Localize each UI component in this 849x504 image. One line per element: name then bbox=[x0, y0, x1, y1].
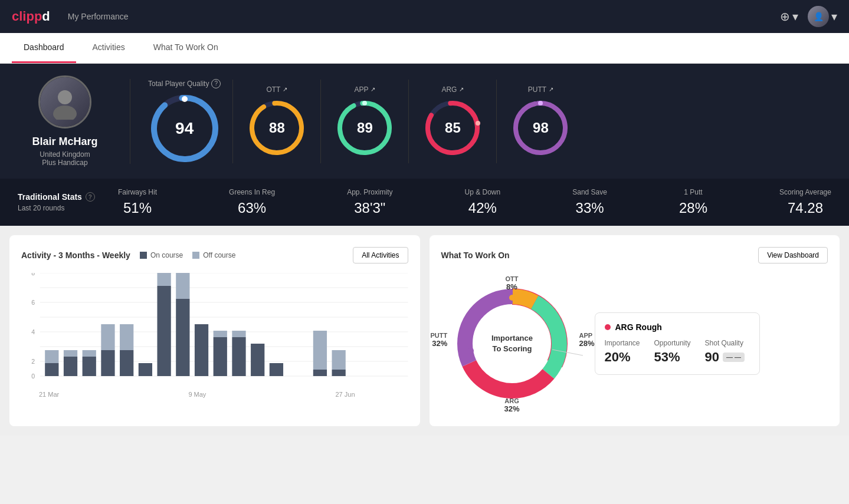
ott-score: 88 bbox=[269, 120, 285, 136]
user-menu-button[interactable]: 👤 ▾ bbox=[808, 6, 837, 27]
legend-on-course: On course bbox=[140, 251, 183, 259]
svg-point-12 bbox=[476, 121, 480, 126]
svg-point-15 bbox=[538, 101, 543, 106]
help-icon[interactable]: ? bbox=[211, 79, 221, 88]
avatar: 👤 bbox=[808, 6, 829, 27]
putt-score: 98 bbox=[533, 120, 549, 136]
header: clippd My Performance ⊕ ▾ 👤 ▾ bbox=[0, 0, 849, 33]
svg-rect-46 bbox=[214, 331, 227, 337]
metric-putt: PUTT ↗ 98 bbox=[496, 80, 584, 163]
svg-text:4: 4 bbox=[31, 329, 35, 335]
svg-rect-42 bbox=[176, 299, 189, 376]
stat-label: 1 Putt bbox=[684, 188, 702, 196]
x-label-3: 27 Jun bbox=[335, 391, 355, 398]
trad-stats-title: Traditional Stats ? bbox=[18, 192, 100, 202]
total-quality: Total Player Quality ? 94 bbox=[148, 79, 221, 164]
svg-rect-35 bbox=[101, 350, 114, 376]
metric-value: 90 — — bbox=[705, 350, 745, 365]
stat-value: 42% bbox=[468, 200, 497, 216]
svg-rect-44 bbox=[195, 324, 208, 376]
svg-rect-40 bbox=[157, 286, 171, 376]
putt-label: PUTT ↗ bbox=[528, 85, 553, 94]
svg-text:Importance: Importance bbox=[491, 334, 532, 342]
metric-label: Importance bbox=[605, 339, 640, 347]
chart-svg: 8 6 4 2 0 bbox=[21, 273, 408, 391]
app-score: 89 bbox=[357, 120, 373, 136]
svg-point-0 bbox=[58, 90, 72, 104]
svg-point-63 bbox=[509, 295, 515, 301]
ott-label-outer: OTT 8% bbox=[506, 275, 519, 291]
stat-1putt: 1 Putt 28% bbox=[679, 188, 707, 216]
arg-score: 85 bbox=[445, 120, 461, 136]
info-metrics: Importance 20% Opportunity 53% Shot Qual… bbox=[605, 339, 750, 365]
stat-label: Up & Down bbox=[465, 188, 501, 196]
svg-rect-54 bbox=[332, 350, 346, 370]
svg-rect-43 bbox=[176, 273, 189, 299]
x-label-1: 21 Mar bbox=[39, 391, 59, 398]
info-metric-importance: Importance 20% bbox=[605, 339, 640, 365]
svg-point-66 bbox=[468, 348, 474, 354]
svg-rect-31 bbox=[64, 357, 77, 376]
stat-label: Scoring Average bbox=[779, 188, 831, 196]
all-activities-button[interactable]: All Activities bbox=[353, 247, 408, 263]
stat-sandsave: Sand Save 33% bbox=[572, 188, 607, 216]
view-dashboard-button[interactable]: View Dashboard bbox=[758, 247, 828, 263]
wtwo-title: What To Work On bbox=[441, 251, 510, 260]
putt-circle: 98 bbox=[511, 98, 570, 157]
info-dot bbox=[605, 324, 611, 330]
stat-fairways: Fairways Hit 51% bbox=[118, 188, 157, 216]
svg-rect-49 bbox=[251, 344, 264, 376]
metric-arg: ARG ↗ 85 bbox=[408, 80, 496, 163]
stat-label: Greens In Reg bbox=[229, 188, 275, 196]
chevron-down-icon: ▾ bbox=[792, 9, 798, 24]
stat-scoring: Scoring Average 74.28 bbox=[779, 188, 831, 216]
stat-label: Fairways Hit bbox=[118, 188, 157, 196]
stat-label: App. Proximity bbox=[347, 188, 392, 196]
player-name: Blair McHarg bbox=[32, 136, 97, 148]
svg-rect-41 bbox=[157, 273, 171, 286]
page-title: My Performance bbox=[68, 12, 129, 21]
tab-dashboard[interactable]: Dashboard bbox=[12, 33, 76, 63]
svg-text:6: 6 bbox=[31, 299, 35, 306]
arrow-icon: ↗ bbox=[283, 86, 287, 93]
main-score-circle: 94 bbox=[149, 93, 220, 164]
player-country: United Kingdom bbox=[40, 150, 90, 159]
stat-value: 38'3" bbox=[354, 200, 385, 216]
metric-label: Shot Quality bbox=[705, 339, 745, 347]
wtwo-header: What To Work On View Dashboard bbox=[441, 247, 828, 263]
on-course-dot bbox=[140, 252, 147, 259]
stat-value: 28% bbox=[679, 200, 707, 216]
metric-app: APP ↗ 89 bbox=[320, 80, 408, 163]
arg-label-outer: ARG 32% bbox=[504, 397, 519, 413]
svg-rect-39 bbox=[139, 363, 152, 376]
bottom-panels: Activity - 3 Months - Weekly On course O… bbox=[0, 226, 849, 436]
svg-rect-38 bbox=[120, 324, 133, 350]
stat-value: 33% bbox=[576, 200, 604, 216]
svg-point-64 bbox=[552, 357, 558, 363]
help-icon[interactable]: ? bbox=[86, 192, 95, 202]
traditional-stats: Traditional Stats ? Last 20 rounds Fairw… bbox=[0, 179, 849, 226]
tab-bar: Dashboard Activities What To Work On bbox=[0, 33, 849, 64]
svg-rect-33 bbox=[83, 357, 96, 376]
x-labels: 21 Mar 9 May 27 Jun bbox=[21, 391, 408, 398]
svg-rect-30 bbox=[45, 350, 58, 363]
svg-point-9 bbox=[362, 101, 367, 106]
chevron-down-icon: ▾ bbox=[831, 9, 837, 24]
app-label: APP ↗ bbox=[354, 85, 375, 94]
header-actions: ⊕ ▾ 👤 ▾ bbox=[780, 6, 837, 27]
add-button[interactable]: ⊕ ▾ bbox=[780, 9, 798, 24]
stat-proximity: App. Proximity 38'3" bbox=[347, 188, 392, 216]
stat-greens: Greens In Reg 63% bbox=[229, 188, 275, 216]
putt-label-outer: PUTT 32% bbox=[431, 332, 448, 348]
trad-stats-subtitle: Last 20 rounds bbox=[18, 204, 100, 212]
tab-activities[interactable]: Activities bbox=[81, 33, 137, 63]
svg-rect-52 bbox=[313, 331, 327, 370]
wtwo-content: Importance To Scoring OTT 8% APP bbox=[441, 273, 828, 414]
arrow-icon: ↗ bbox=[549, 86, 553, 93]
main-score-value: 94 bbox=[175, 119, 194, 138]
chart-legend: On course Off course bbox=[140, 251, 236, 259]
tab-what-to-work-on[interactable]: What To Work On bbox=[142, 33, 230, 63]
svg-rect-32 bbox=[64, 350, 77, 357]
stat-value: 63% bbox=[238, 200, 266, 216]
ott-circle: 88 bbox=[247, 98, 306, 157]
